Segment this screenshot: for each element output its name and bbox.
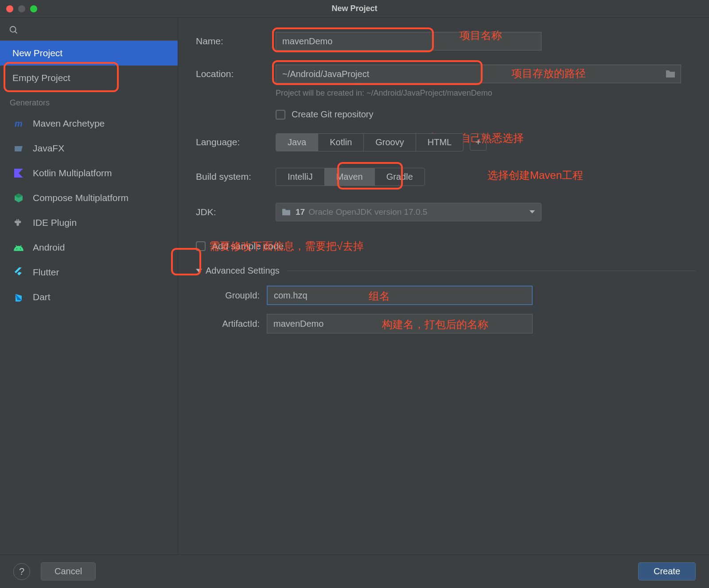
maven-icon: m (12, 117, 25, 130)
sidebar-item-dart[interactable]: Dart (0, 285, 178, 309)
folder-icon (281, 208, 291, 216)
sidebar-item-label: JavaFX (33, 143, 64, 154)
chevron-down-icon (530, 210, 535, 214)
jdk-description: Oracle OpenJDK version 17.0.5 (308, 207, 427, 217)
folder-icon[interactable] (665, 70, 676, 78)
add-language-button[interactable]: + (470, 134, 487, 151)
advanced-settings-toggle[interactable]: Advanced Settings (196, 266, 696, 276)
cancel-button[interactable]: Cancel (41, 562, 96, 580)
minimize-window-icon (18, 5, 25, 12)
git-checkbox[interactable] (276, 110, 285, 120)
group-id-label: GroupId: (209, 290, 267, 301)
build-intellij[interactable]: IntelliJ (276, 168, 325, 186)
dart-icon (12, 291, 25, 303)
maximize-window-icon[interactable] (30, 5, 37, 12)
sidebar-item-flutter[interactable]: Flutter (0, 260, 178, 285)
svg-line-1 (15, 31, 17, 33)
language-html[interactable]: HTML (416, 134, 463, 151)
sidebar-item-label: IDE Plugin (33, 217, 77, 228)
sidebar-item-javafx[interactable]: JavaFX (0, 136, 178, 161)
footer: ? Cancel Create (0, 554, 709, 588)
window-controls (0, 5, 37, 12)
location-label: Location: (196, 69, 276, 79)
sidebar-item-maven-archetype[interactable]: m Maven Archetype (0, 111, 178, 136)
separator (287, 271, 696, 271)
git-checkbox-label: Create Git repository (292, 109, 374, 120)
close-window-icon[interactable] (6, 5, 13, 12)
svg-point-2 (16, 248, 17, 249)
create-button[interactable]: Create (638, 562, 696, 580)
sidebar-item-label: Dart (33, 292, 51, 302)
name-label: Name: (196, 36, 276, 46)
name-input[interactable] (276, 32, 541, 50)
sidebar-item-empty-project[interactable]: Empty Project (0, 66, 178, 90)
advanced-settings-label: Advanced Settings (206, 266, 280, 276)
sidebar-item-new-project[interactable]: New Project (0, 41, 178, 66)
annotation-text: 选择创建Maven工程 (487, 168, 583, 182)
build-gradle[interactable]: Gradle (375, 168, 425, 186)
sidebar-item-android[interactable]: Android (0, 235, 178, 260)
search-row[interactable] (0, 19, 178, 41)
build-system-label: Build system: (196, 171, 276, 182)
sidebar-item-label: New Project (12, 48, 62, 58)
artifact-id-label: ArtifactId: (209, 319, 267, 329)
build-segmented: IntelliJ Maven Gradle (276, 168, 425, 186)
location-hint: Project will be created in: ~/Android/Ja… (276, 89, 696, 98)
sidebar-item-compose[interactable]: Compose Multiplatform (0, 186, 178, 210)
javafx-icon (12, 142, 25, 155)
language-label: Language: (196, 137, 276, 147)
jdk-version: 17 (296, 207, 305, 217)
svg-point-3 (20, 248, 21, 249)
sidebar-item-kotlin[interactable]: Kotlin Multiplatform (0, 161, 178, 186)
sidebar-item-ide-plugin[interactable]: IDE Plugin (0, 210, 178, 235)
compose-icon (12, 192, 25, 204)
form-content: Name: 项目名称 Location: 项目存放的路径 Project wil… (178, 18, 709, 554)
titlebar: New Project (0, 0, 709, 18)
sidebar-item-label: Flutter (33, 267, 59, 278)
location-input[interactable] (276, 65, 681, 83)
svg-point-0 (10, 26, 16, 32)
sidebar: New Project Empty Project Generators m M… (0, 18, 178, 554)
generators-heading: Generators (0, 90, 178, 111)
build-maven[interactable]: Maven (325, 168, 375, 186)
help-button[interactable]: ? (13, 563, 30, 580)
language-kotlin[interactable]: Kotlin (318, 134, 364, 151)
sidebar-item-label: Kotlin Multiplatform (33, 168, 112, 178)
sample-code-checkbox[interactable] (196, 241, 206, 251)
chevron-down-icon (196, 269, 202, 273)
jdk-select[interactable]: 17 Oracle OpenJDK version 17.0.5 (276, 203, 541, 221)
jdk-label: JDK: (196, 207, 276, 217)
sidebar-item-label: Empty Project (12, 73, 70, 83)
android-icon (12, 241, 25, 254)
language-segmented: Java Kotlin Groovy HTML (276, 133, 464, 151)
language-groovy[interactable]: Groovy (364, 134, 416, 151)
sample-code-label: Add sample code (212, 241, 284, 251)
kotlin-icon (12, 167, 25, 179)
sidebar-item-label: Android (33, 242, 65, 253)
sidebar-item-label: Compose Multiplatform (33, 193, 129, 203)
search-icon (9, 25, 19, 35)
flutter-icon (12, 266, 25, 279)
plug-icon (12, 217, 25, 229)
sidebar-item-label: Maven Archetype (33, 118, 105, 129)
artifact-id-input[interactable] (267, 314, 533, 333)
group-id-input[interactable] (267, 286, 533, 305)
window-title: New Project (331, 4, 377, 13)
language-java[interactable]: Java (276, 134, 318, 151)
